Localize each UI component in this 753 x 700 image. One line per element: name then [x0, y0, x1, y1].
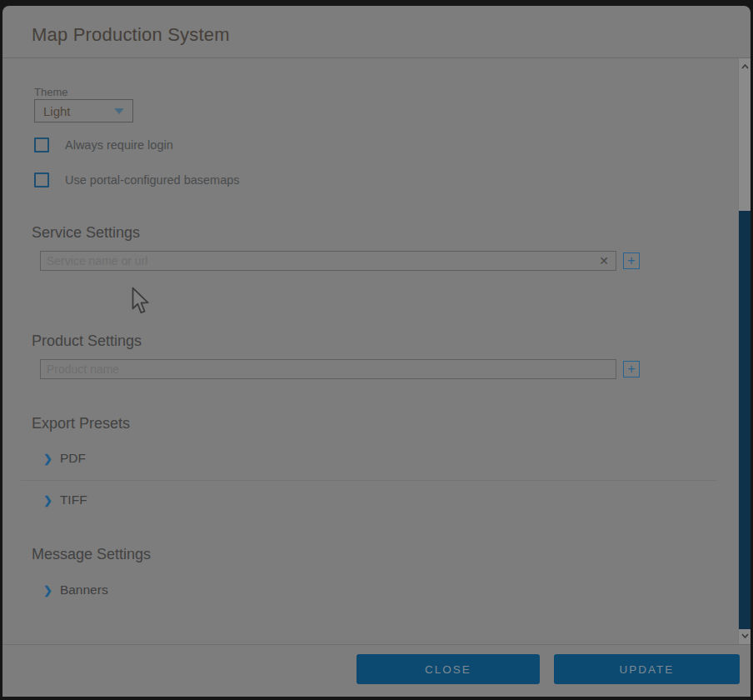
theme-select[interactable]: Light	[34, 99, 133, 122]
always-require-login-checkbox[interactable]	[34, 138, 49, 152]
vertical-scrollbar[interactable]	[738, 58, 751, 644]
theme-selected-value: Light	[43, 104, 114, 118]
divider	[21, 480, 717, 481]
expander-pdf[interactable]: ❯ PDF	[43, 451, 86, 466]
scrollbar-thumb[interactable]	[739, 211, 751, 629]
chevron-right-icon: ❯	[43, 452, 52, 465]
chevron-up-icon	[741, 64, 749, 69]
mouse-cursor	[131, 287, 149, 315]
product-name-input[interactable]	[40, 359, 616, 379]
service-name-input[interactable]	[40, 251, 616, 271]
chevron-right-icon: ❯	[43, 494, 52, 507]
settings-dialog: Map Production System Theme Light Always…	[2, 6, 751, 697]
add-service-button[interactable]: +	[623, 252, 640, 269]
export-presets-heading: Export Presets	[32, 415, 130, 432]
chevron-down-icon	[741, 633, 749, 638]
portal-basemaps-checkbox[interactable]	[34, 172, 49, 188]
chevron-right-icon: ❯	[43, 584, 52, 597]
theme-label: Theme	[34, 86, 67, 98]
scroll-up-button[interactable]	[739, 60, 751, 73]
update-button[interactable]: UPDATE	[554, 654, 740, 684]
checkbox-row-basemaps: Use portal-configured basemaps	[34, 172, 240, 188]
expander-banners[interactable]: ❯ Banners	[43, 582, 108, 598]
dialog-header: Map Production System	[2, 6, 751, 58]
message-settings-heading: Message Settings	[32, 546, 151, 563]
page-title: Map Production System	[32, 24, 230, 46]
clear-icon[interactable]: ✕	[596, 252, 612, 269]
checkbox-row-login: Always require login	[34, 138, 173, 152]
dialog-footer: CLOSE UPDATE	[2, 644, 751, 697]
dialog-content: Theme Light Always require login Use por…	[2, 58, 751, 644]
close-button[interactable]: CLOSE	[357, 654, 540, 684]
service-settings-heading: Service Settings	[32, 224, 140, 242]
expander-label: Banners	[60, 582, 108, 598]
expander-label: PDF	[60, 451, 86, 466]
checkbox-label: Use portal-configured basemaps	[65, 173, 240, 187]
chevron-down-icon	[114, 108, 124, 114]
scroll-down-button[interactable]	[739, 629, 751, 642]
expander-tiff[interactable]: ❯ TIFF	[43, 492, 87, 508]
expander-label: TIFF	[60, 492, 87, 508]
add-product-button[interactable]: +	[623, 361, 640, 378]
checkbox-label: Always require login	[65, 138, 173, 152]
product-settings-heading: Product Settings	[32, 332, 142, 350]
